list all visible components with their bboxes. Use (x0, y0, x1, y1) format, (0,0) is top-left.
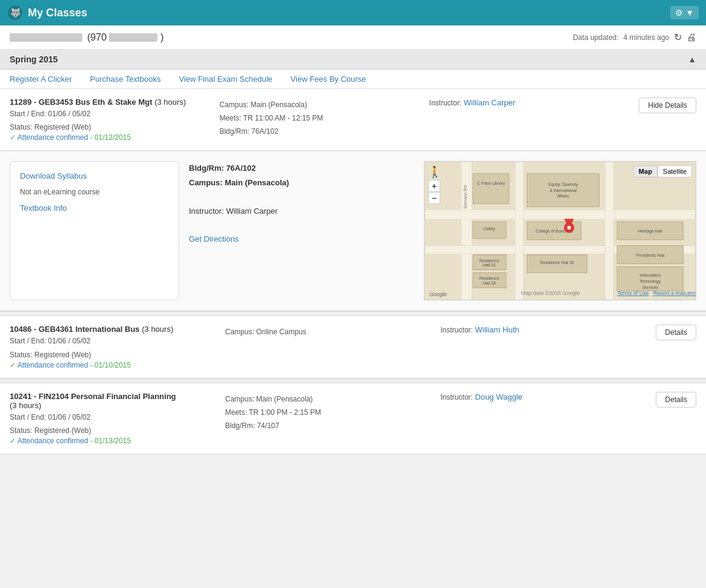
map-buttons: Map Satellite (633, 165, 692, 177)
course-3-btn-cell: Details (656, 392, 696, 408)
top-header: 🐺 My Classes ⚙ ▼ (0, 0, 706, 25)
course-3-attendance: ✓ Attendance confirmed - 01/13/2015 (10, 437, 219, 445)
gear-menu[interactable]: ⚙ ▼ (670, 6, 699, 19)
svg-rect-4 (425, 210, 695, 220)
download-syllabus-link[interactable]: Download Syllabus (20, 171, 169, 180)
header-title: My Classes (28, 7, 87, 19)
view-fees-link[interactable]: View Fees By Course (291, 74, 366, 84)
course-1-name: 11289 - GEB3453 Bus Eth & Stake Mgt (3 h… (10, 97, 213, 107)
svg-point-37 (567, 226, 571, 230)
course-2-name: 10486 - GEB4361 International Bus (3 hou… (10, 325, 219, 334)
google-logo: Google (429, 291, 447, 297)
instructor-link-2[interactable]: William Huth (475, 325, 520, 334)
course-1-location: Campus: Main (Pensacola) Meets: TR 11:00… (219, 97, 423, 138)
course-3-bldg: Bldg/Rm: 74/107 (225, 420, 435, 432)
map-street-view-icon[interactable]: 🚶 (428, 165, 441, 179)
course-row-1: 11289 - GEB3453 Bus Eth & Stake Mgt (3 h… (0, 89, 706, 151)
course-1-instructor-cell: Instructor: William Carper (429, 97, 633, 109)
course-2-attendance: ✓ Attendance confirmed - 01/10/2015 (10, 361, 219, 369)
svg-rect-3 (461, 162, 472, 300)
detail-panel-1: Download Syllabus Not an eLearning cours… (0, 151, 706, 311)
details-btn-3[interactable]: Details (656, 392, 696, 408)
course-separator-1 (0, 311, 706, 316)
course-2-location: Campus: Online Campus (225, 325, 435, 338)
print-icon[interactable]: 🖨 (687, 32, 696, 43)
course-1-campus: Campus: Main (Pensacola) (219, 99, 423, 111)
refresh-icon[interactable]: ↻ (674, 31, 682, 43)
map-bldg: Bldg/Rm: 76A/102 (189, 164, 256, 173)
map-btn-satellite[interactable]: Satellite (658, 165, 692, 177)
map-zoom-controls: + − (428, 180, 440, 204)
details-btn-2[interactable]: Details (656, 325, 696, 340)
svg-text:C Pace Library: C Pace Library (477, 181, 505, 186)
collapse-icon[interactable]: ▲ (688, 55, 696, 64)
user-bar: (970 ) Data updated: 4 minutes ago ↻ 🖨 (0, 25, 706, 50)
course-3-dates: Start / End: 01/06 / 05/02 (10, 412, 219, 423)
data-update-info: Data updated: 4 minutes ago ↻ 🖨 (573, 31, 696, 43)
term-title: Spring 2015 (10, 55, 58, 64)
attendance-link-2[interactable]: Attendance confirmed (18, 361, 88, 369)
chevron-down-icon: ▼ (685, 8, 694, 18)
svg-text:Map data ©2015 Google: Map data ©2015 Google (521, 290, 580, 296)
map-zoom-out[interactable]: − (428, 192, 440, 204)
instructor-link-3[interactable]: Doug Waggle (475, 392, 523, 401)
textbook-info-link[interactable]: Textbook Info (20, 203, 169, 213)
attendance-link-1[interactable]: Attendance confirmed (18, 133, 88, 142)
course-row-2: 10486 - GEB4361 International Bus (3 hou… (0, 316, 706, 378)
course-3-name: 10241 - FIN2104 Personal Financial Plann… (10, 392, 219, 410)
course-3-campus: Campus: Main (Pensacola) (225, 394, 435, 405)
svg-rect-7 (605, 162, 613, 300)
svg-text:Galley: Galley (483, 226, 495, 231)
course-2-instructor-cell: Instructor: William Huth (441, 325, 650, 336)
course-3-location: Campus: Main (Pensacola) Meets: TR 1:00 … (225, 392, 435, 432)
register-clicker-link[interactable]: Register A Clicker (10, 74, 72, 84)
svg-text:Equity, Diversity: Equity, Diversity (548, 182, 578, 187)
map-instructor: Instructor: William Carper (189, 204, 414, 218)
detail-panel-right-1: Bldg/Rm: 76A/102 Campus: Main (Pensacola… (189, 161, 696, 300)
map-btn-map[interactable]: Map (633, 165, 658, 177)
user-id-blurred (109, 33, 157, 42)
course-2-info: 10486 - GEB4361 International Bus (3 hou… (10, 325, 219, 369)
course-1-info: 11289 - GEB3453 Bus Eth & Stake Mgt (3 h… (10, 97, 213, 142)
map-campus: Campus: Main (Pensacola) (189, 178, 289, 187)
map-zoom-in[interactable]: + (428, 180, 440, 192)
purchase-textbooks-link[interactable]: Purchase Textbooks (90, 74, 161, 84)
course-1-btn-cell: Hide Details (639, 97, 696, 113)
hide-details-btn-1[interactable]: Hide Details (639, 97, 696, 113)
action-links-bar: Register A Clicker Purchase Textbooks Vi… (0, 70, 706, 89)
svg-text:Terms of Use: Terms of Use (617, 290, 649, 296)
header-left: 🐺 My Classes (7, 5, 87, 21)
svg-text:Affairs: Affairs (557, 194, 569, 199)
course-3-instructor-cell: Instructor: Doug Waggle (441, 392, 650, 403)
svg-text:Hall 28: Hall 28 (483, 282, 496, 286)
map-svg: C Pace Library Equity, Diversity & Inter… (424, 162, 696, 300)
svg-text:🐺: 🐺 (10, 8, 21, 18)
course-3-info: 10241 - FIN2104 Personal Financial Plann… (10, 392, 219, 445)
attendance-link-3[interactable]: Attendance confirmed (18, 437, 88, 445)
view-exam-schedule-link[interactable]: View Final Exam Schedule (179, 74, 272, 84)
course-2-btn-cell: Details (656, 325, 696, 340)
svg-text:Hall 31: Hall 31 (483, 263, 496, 268)
course-2-dates: Start / End: 01/06 / 05/02 (10, 335, 219, 347)
course-2-campus: Campus: Online Campus (225, 326, 435, 338)
course-2-status: Status: Registered (Web) (10, 349, 219, 361)
data-updated-time: 4 minutes ago (624, 33, 669, 42)
data-updated-label: Data updated: (573, 33, 618, 42)
header-settings[interactable]: ⚙ ▼ (670, 6, 699, 19)
term-header: Spring 2015 ▲ (0, 50, 706, 70)
campus-map: Map Satellite + − 🚶 C Pace Library (424, 161, 696, 300)
svg-text:Technology: Technology (639, 280, 661, 285)
svg-text:Presidents Hall: Presidents Hall (636, 253, 664, 257)
svg-text:Report a map error: Report a map error (653, 290, 696, 296)
user-name-blurred (10, 33, 82, 42)
get-directions-link[interactable]: Get Directions (189, 234, 239, 243)
course-1-meets: Meets: TR 11:00 AM - 12:15 PM (219, 113, 423, 124)
svg-text:Residence: Residence (480, 277, 500, 281)
svg-rect-8 (473, 174, 509, 204)
detail-map-info: Bldg/Rm: 76A/102 Campus: Main (Pensacola… (189, 161, 414, 300)
course-1-attendance: ✓ Attendance confirmed - 01/12/2015 (10, 133, 213, 142)
svg-text:Service Rd: Service Rd (463, 185, 468, 209)
course-row-3: 10241 - FIN2104 Personal Financial Plann… (0, 383, 706, 454)
instructor-link-1[interactable]: William Carper (464, 98, 515, 107)
svg-rect-6 (515, 162, 524, 300)
